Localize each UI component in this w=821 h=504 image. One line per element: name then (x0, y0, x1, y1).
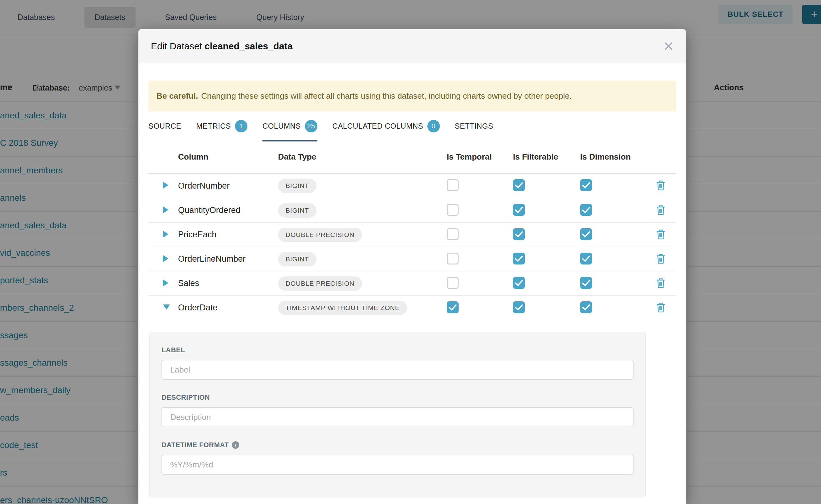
data-type-pill: BIGINT (278, 203, 316, 218)
is-temporal-checkbox[interactable] (447, 277, 459, 289)
is-dimension-checkbox[interactable] (580, 204, 592, 216)
modal-header: Edit Dataset cleaned_sales_data (138, 29, 686, 63)
trash-icon[interactable] (655, 253, 666, 264)
is-filterable-checkbox[interactable] (513, 253, 525, 264)
is-dimension-checkbox[interactable] (580, 179, 592, 191)
trash-icon[interactable] (655, 301, 666, 313)
data-type-pill: BIGINT (278, 252, 316, 266)
is-dimension-checkbox[interactable] (580, 301, 592, 313)
table-row: PriceEach DOUBLE PRECISION (148, 222, 676, 247)
data-type-pill: TIMESTAMP WITHOUT TIME ZONE (278, 301, 407, 315)
modal-title: Edit Dataset cleaned_sales_data (151, 41, 293, 52)
count-badge: 0 (428, 120, 440, 132)
warning-bold-text: Be careful. (156, 91, 198, 101)
is-temporal-checkbox[interactable] (447, 253, 459, 264)
is-dimension-checkbox[interactable] (580, 228, 592, 240)
is-filterable-checkbox[interactable] (513, 277, 525, 289)
column-header: Column (178, 152, 278, 162)
is-filterable-checkbox[interactable] (513, 204, 525, 216)
collapse-caret-icon[interactable] (163, 304, 170, 310)
modal-title-prefix: Edit Dataset (151, 41, 202, 51)
description-input[interactable] (161, 407, 634, 427)
is-filterable-checkbox[interactable] (513, 228, 525, 240)
table-row-expanded: OrderDate TIMESTAMP WITHOUT TIME ZONE (148, 295, 676, 320)
datetime-format-input[interactable] (161, 455, 634, 475)
is-filterable-checkbox[interactable] (513, 179, 525, 191)
column-detail-panel: LABEL DESCRIPTION DATETIME FORMAT i (149, 332, 646, 497)
trash-icon[interactable] (655, 179, 666, 191)
field-label-text: LABEL (161, 346, 185, 354)
data-type-pill: DOUBLE PRECISION (278, 276, 362, 291)
is-dimension-header: Is Dimension (580, 152, 652, 162)
data-type-header: Data Type (278, 152, 447, 162)
is-filterable-checkbox[interactable] (513, 301, 525, 313)
field-label-text: DESCRIPTION (161, 393, 210, 402)
info-icon[interactable]: i (232, 441, 239, 449)
modal-dataset-name: cleaned_sales_data (205, 41, 293, 51)
label-input[interactable] (161, 360, 634, 380)
tab-metrics[interactable]: METRICS 1 (196, 111, 247, 141)
is-temporal-header: Is Temporal (447, 152, 513, 162)
expand-caret-icon[interactable] (163, 182, 168, 189)
column-name: PriceEach (178, 230, 278, 240)
table-row: Sales DOUBLE PRECISION (148, 271, 676, 295)
is-filterable-header: Is Filterable (513, 152, 580, 162)
tab-label: COLUMNS (262, 122, 301, 131)
is-temporal-checkbox[interactable] (447, 179, 459, 191)
warning-text: Changing these settings will affect all … (201, 91, 572, 101)
tab-label: CALCULATED COLUMNS (332, 122, 423, 131)
table-row: OrderLineNumber BIGINT (148, 247, 676, 271)
is-dimension-checkbox[interactable] (580, 277, 592, 289)
is-temporal-checkbox[interactable] (447, 204, 459, 216)
is-dimension-checkbox[interactable] (580, 253, 592, 264)
column-name: OrderDate (178, 303, 278, 313)
trash-icon[interactable] (655, 204, 666, 216)
expand-caret-icon[interactable] (163, 206, 168, 213)
datetime-format-field-label: DATETIME FORMAT i (161, 441, 634, 449)
edit-dataset-modal: Edit Dataset cleaned_sales_data Be caref… (138, 29, 686, 504)
modal-tabs: SOURCE METRICS 1 COLUMNS 25 CALCULATED C… (148, 111, 676, 141)
tab-label: SOURCE (148, 122, 181, 131)
warning-banner: Be careful. Changing these settings will… (148, 81, 676, 111)
field-label-text: DATETIME FORMAT (161, 441, 229, 449)
tab-source[interactable]: SOURCE (148, 111, 181, 141)
is-temporal-checkbox[interactable] (447, 301, 459, 313)
trash-icon[interactable] (655, 277, 666, 289)
tab-label: SETTINGS (455, 122, 493, 131)
expand-caret-icon[interactable] (163, 279, 168, 286)
column-name: Sales (178, 279, 278, 288)
expand-caret-icon[interactable] (163, 231, 168, 238)
trash-icon[interactable] (655, 228, 666, 240)
is-temporal-checkbox[interactable] (447, 228, 459, 240)
expand-caret-icon[interactable] (163, 255, 168, 262)
column-name: QuantityOrdered (178, 205, 278, 215)
modal-body: Be careful. Changing these settings will… (138, 81, 686, 497)
column-name: OrderNumber (178, 181, 278, 191)
count-badge: 1 (235, 120, 247, 132)
description-field-label: DESCRIPTION (161, 393, 634, 402)
label-field-label: LABEL (161, 346, 634, 354)
tab-calculated-columns[interactable]: CALCULATED COLUMNS 0 (332, 111, 440, 141)
tab-settings[interactable]: SETTINGS (455, 111, 493, 141)
count-badge: 25 (305, 120, 317, 132)
table-row: QuantityOrdered BIGINT (148, 198, 676, 222)
tab-label: METRICS (196, 122, 231, 131)
tab-columns[interactable]: COLUMNS 25 (262, 111, 317, 141)
column-name: OrderLineNumber (178, 254, 278, 264)
close-icon[interactable] (664, 42, 673, 51)
table-row: OrderNumber BIGINT (148, 174, 676, 198)
data-type-pill: DOUBLE PRECISION (278, 228, 362, 242)
data-type-pill: BIGINT (278, 179, 316, 193)
columns-table-header: Column Data Type Is Temporal Is Filterab… (148, 141, 676, 174)
